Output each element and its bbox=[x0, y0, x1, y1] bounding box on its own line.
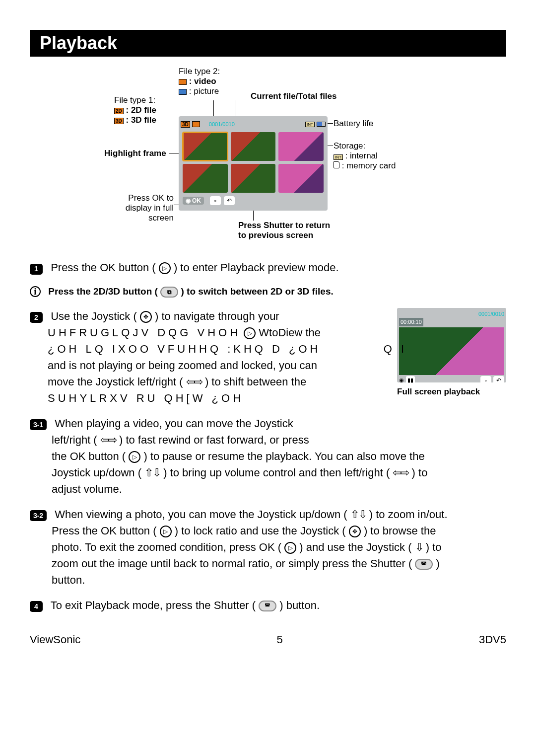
step-number-2: 2 bbox=[30, 312, 43, 323]
fullscreen-caption: Full screen playback bbox=[397, 385, 506, 398]
joystick-4way-icon: ✥ bbox=[349, 526, 361, 537]
picture-icon bbox=[179, 89, 187, 95]
mini-counter: 0001/0010 bbox=[399, 310, 504, 318]
step-3-2: 3-2 When viewing a photo, you can move t… bbox=[30, 506, 506, 588]
play-icon: ▷ bbox=[244, 327, 256, 339]
lcd-ok-button: ◉ OK bbox=[183, 197, 204, 205]
left-right-icon: ⇦⇨ bbox=[100, 434, 116, 446]
ok-button-icon: ▷ bbox=[159, 262, 171, 274]
3d-icon: 3D bbox=[114, 118, 124, 124]
step-2: 0001/0010 00:00:10 ◉ ▮▮ ▫ ↶ Full screen … bbox=[30, 308, 506, 406]
internal-icon: INT bbox=[334, 154, 343, 160]
file-type-2-video: : video bbox=[189, 76, 216, 86]
pause-icon: ▮▮ bbox=[406, 376, 415, 384]
storage-internal: : internal bbox=[345, 151, 378, 160]
page-title: Playback bbox=[30, 30, 506, 57]
info-icon: i bbox=[30, 286, 41, 297]
left-right-icon: ⇦⇨ bbox=[393, 466, 408, 479]
thumbnail bbox=[231, 132, 276, 161]
playback-preview-screen: 3D 0001/0010 INT ◉ OK bbox=[179, 116, 328, 211]
lcd-video-icon bbox=[192, 121, 200, 127]
joystick-4way-icon: ✥ bbox=[140, 311, 152, 323]
thumbnail bbox=[183, 164, 228, 193]
step-4: 4 To exit Playback mode, press the Shutt… bbox=[30, 597, 506, 613]
joystick-icon: ◉ bbox=[399, 376, 404, 384]
ok-button-icon: ▷ bbox=[160, 526, 172, 537]
lcd-counter: 0001/0010 bbox=[209, 121, 235, 127]
video-icon bbox=[179, 79, 187, 85]
return-icon: ↶ bbox=[493, 376, 504, 385]
footer-brand: ViewSonic bbox=[30, 633, 80, 646]
fullscreen-playback-screen: 0001/0010 00:00:10 ◉ ▮▮ ▫ ↶ bbox=[397, 308, 506, 382]
mini-timestamp: 00:00:10 bbox=[399, 318, 423, 326]
page-footer: ViewSonic 5 3DV5 bbox=[30, 633, 506, 646]
thumbnail bbox=[183, 132, 228, 161]
up-down-icon: ⇧⇩ bbox=[350, 508, 366, 521]
press-ok-line3: screen bbox=[104, 213, 174, 223]
battery-life-label: Battery life bbox=[334, 119, 373, 129]
thumbnail bbox=[278, 164, 324, 193]
garbled-text: Q I bbox=[384, 341, 407, 357]
memory-card-icon bbox=[334, 161, 339, 168]
joystick-icon: ◉ bbox=[186, 197, 191, 204]
footer-model: 3DV5 bbox=[479, 633, 506, 646]
garbled-text: the bbox=[305, 326, 321, 339]
thumbnail bbox=[231, 164, 276, 193]
lcd-3d-icon: 3D bbox=[181, 121, 190, 128]
shutter-button-icon: ◚ bbox=[259, 601, 276, 611]
down-icon: ⇩ bbox=[415, 541, 423, 553]
shutter-button-icon: ◚ bbox=[415, 559, 433, 570]
file-type-1-2d: : 2D file bbox=[126, 105, 156, 115]
playback-diagram: File type 2: : video : picture Current f… bbox=[30, 67, 506, 250]
press-shutter-line2: to previous screen bbox=[238, 230, 330, 240]
file-type-2-label: File type 2: bbox=[179, 67, 220, 76]
thumbnail bbox=[278, 132, 324, 161]
garbled-text: SUHYLRXV RU QH[W ¿OH bbox=[48, 392, 244, 404]
up-down-icon: ⇧⇩ bbox=[144, 466, 160, 479]
lcd-storage-icon: INT bbox=[305, 122, 315, 127]
garbled-text: ¿OH LQ IXOO VFUHHQ :KHQ D ¿OH bbox=[48, 343, 321, 355]
storage-memcard: : memory card bbox=[342, 161, 396, 170]
2d-icon: 2D bbox=[114, 108, 124, 114]
info-note: i Press the 2D/3D button ( ⧉ ) to switch… bbox=[30, 285, 506, 299]
step-number-4: 4 bbox=[30, 601, 43, 612]
step-number-3-1: 3-1 bbox=[30, 419, 47, 430]
file-type-1-3d: : 3D file bbox=[126, 115, 156, 125]
press-ok-line1: Press OK to bbox=[104, 193, 174, 203]
lcd-shutter-icon: ▫ bbox=[210, 196, 221, 205]
2d-3d-button-icon: ⧉ bbox=[160, 287, 178, 298]
ok-button-icon: ▷ bbox=[284, 542, 296, 554]
garbled-text: WtoDiew bbox=[259, 326, 302, 339]
file-type-2-picture: : picture bbox=[189, 86, 219, 96]
file-type-1-label: File type 1: bbox=[114, 95, 156, 105]
press-shutter-line1: Press Shutter to return bbox=[238, 221, 330, 230]
highlight-frame-label: Highlight frame bbox=[104, 149, 166, 158]
current-total-label: Current file/Total files bbox=[251, 91, 337, 101]
garbled-text: UHFRUGLQJV DQG VHOH bbox=[48, 326, 241, 339]
ok-button-icon: ▷ bbox=[129, 451, 140, 463]
step-number-1: 1 bbox=[30, 264, 43, 275]
press-ok-line2: display in full bbox=[104, 203, 174, 213]
step-3-1: 3-1 When playing a video, you can move t… bbox=[30, 415, 506, 497]
mini-image bbox=[399, 327, 504, 375]
footer-page: 5 bbox=[277, 633, 283, 646]
step-number-3-2: 3-2 bbox=[30, 510, 47, 521]
step-1: 1 Press the OK button ( ▷ ) to enter Pla… bbox=[30, 259, 506, 276]
lcd-return-icon: ↶ bbox=[224, 196, 235, 205]
lcd-battery-icon bbox=[317, 122, 326, 127]
shutter-icon: ▫ bbox=[480, 376, 491, 385]
left-right-icon: ⇦⇨ bbox=[186, 376, 202, 388]
storage-label: Storage: bbox=[334, 141, 396, 151]
